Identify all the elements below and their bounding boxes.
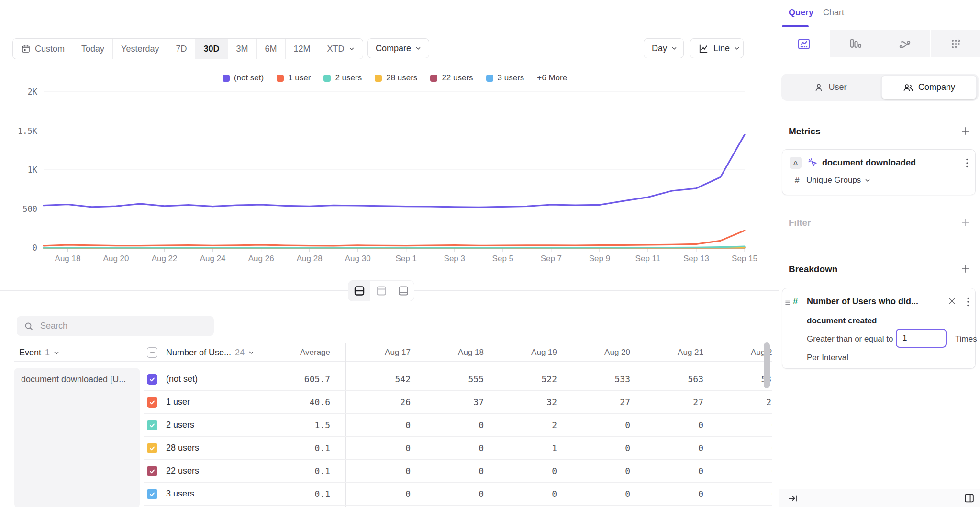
breakdown-heading: Breakdown xyxy=(789,264,837,275)
svg-text:Aug 18: Aug 18 xyxy=(55,254,81,263)
breakdown-unit-label: Times xyxy=(955,334,977,344)
row-value: 555 xyxy=(411,374,484,384)
row-checkbox[interactable] xyxy=(147,397,157,408)
entity-company-segment[interactable]: Company xyxy=(881,75,977,99)
row-checkbox[interactable] xyxy=(147,489,157,499)
svg-text:Aug 28: Aug 28 xyxy=(297,254,323,263)
table-row: 22 users0.1000000 xyxy=(144,460,772,483)
breakdown-per-interval-label: Per Interval xyxy=(807,353,848,363)
row-label: (not set) xyxy=(163,374,263,384)
svg-text:Aug 26: Aug 26 xyxy=(248,254,274,263)
svg-text:Aug 20: Aug 20 xyxy=(103,254,129,263)
svg-text:500: 500 xyxy=(22,204,37,214)
svg-text:Aug 22: Aug 22 xyxy=(152,254,178,263)
layout-split-button[interactable] xyxy=(348,280,370,301)
group-header-label: Number of Use... xyxy=(166,348,231,358)
add-filter-button[interactable] xyxy=(960,217,971,228)
date-column-header: Aug 20 xyxy=(557,348,630,357)
breakdown-title: Number of Users who did... xyxy=(807,297,918,307)
row-average: 1.5 xyxy=(263,420,330,430)
drag-handle-icon[interactable] xyxy=(784,299,791,307)
breakdown-event-name: document created xyxy=(807,316,877,326)
measure-dropdown[interactable]: Unique Groups xyxy=(806,176,870,185)
metric-menu-icon[interactable] xyxy=(966,157,969,169)
svg-text:Sep 11: Sep 11 xyxy=(635,254,661,263)
add-metric-button[interactable] xyxy=(960,125,971,137)
row-value: 0 xyxy=(703,466,772,476)
row-value: 0 xyxy=(484,489,557,499)
line-chart-tab-icon xyxy=(797,37,811,51)
chart-svg: 05001K1.5K2KAug 18Aug 20Aug 22Aug 24Aug … xyxy=(0,0,779,273)
row-value: 0 xyxy=(337,466,411,476)
layout-table-only-button[interactable] xyxy=(392,280,414,301)
layout-chart-only-button[interactable] xyxy=(370,280,392,301)
group-count: 24 xyxy=(235,348,245,358)
table-header-row: Number of Use...24AverageAug 17Aug 18Aug… xyxy=(144,343,772,362)
row-label: 28 users xyxy=(163,443,263,453)
active-tab-underline xyxy=(782,25,809,27)
search-input[interactable] xyxy=(39,320,207,331)
breakdown-menu-icon[interactable] xyxy=(967,296,969,308)
svg-text:Sep 5: Sep 5 xyxy=(492,254,513,263)
segmentation-chart-tab[interactable] xyxy=(779,30,829,57)
row-value: 27 xyxy=(557,397,630,407)
entity-user-label: User xyxy=(828,82,846,92)
add-breakdown-button[interactable] xyxy=(960,263,971,275)
row-label: 3 users xyxy=(163,489,263,499)
row-checkbox[interactable] xyxy=(147,443,157,453)
svg-text:Sep 1: Sep 1 xyxy=(396,254,417,263)
row-value: 0 xyxy=(411,466,484,476)
chevron-down-icon xyxy=(865,177,870,183)
close-icon[interactable] xyxy=(948,297,956,305)
collapse-panel-icon[interactable] xyxy=(788,493,798,504)
event-list-item[interactable]: document downloaded [U... xyxy=(14,368,140,391)
row-value: 0 xyxy=(703,489,772,499)
app-window: CustomTodayYesterday7D30D3M6M12MXTD Comp… xyxy=(0,0,980,507)
measure-label: Unique Groups xyxy=(806,176,861,185)
table-row: 3 users0.1000000 xyxy=(144,483,772,506)
row-value: 0 xyxy=(337,443,411,453)
breakdown-value-input[interactable] xyxy=(896,329,947,348)
svg-text:Aug 30: Aug 30 xyxy=(345,254,371,263)
chart-type-tabs xyxy=(779,30,980,57)
entity-user-segment[interactable]: User xyxy=(783,76,878,99)
flow-chart-tab[interactable] xyxy=(880,30,930,57)
row-value: 0 xyxy=(557,466,630,476)
search-box xyxy=(17,316,214,336)
split-view-icon[interactable] xyxy=(964,493,975,504)
dot-grid-icon xyxy=(948,37,963,51)
row-average: 40.6 xyxy=(263,397,330,407)
entity-company-label: Company xyxy=(918,82,955,92)
row-value: 0 xyxy=(703,443,772,453)
select-all-checkbox[interactable] xyxy=(147,347,157,358)
svg-text:1K: 1K xyxy=(28,165,38,175)
row-average: 0.1 xyxy=(263,443,330,453)
event-column-header[interactable]: Event 1 xyxy=(19,348,59,358)
table-row: (not set)605.7542555522533563537 xyxy=(144,368,772,391)
layout-toggle-group xyxy=(348,280,414,301)
row-checkbox[interactable] xyxy=(147,374,157,385)
svg-text:Aug 24: Aug 24 xyxy=(200,254,226,263)
tab-chart[interactable]: Chart xyxy=(823,8,844,18)
people-icon xyxy=(903,83,913,92)
row-label: 22 users xyxy=(163,466,263,476)
average-column-header: Average xyxy=(263,348,330,357)
row-value: 0 xyxy=(411,443,484,453)
metric-event-name[interactable]: document downloaded xyxy=(822,158,916,168)
row-checkbox[interactable] xyxy=(147,466,157,476)
group-column-header[interactable]: Number of Use...24 xyxy=(163,348,263,358)
query-panel: Query Chart xyxy=(779,0,980,507)
svg-text:Sep 13: Sep 13 xyxy=(683,254,709,263)
vertical-scrollbar[interactable] xyxy=(764,342,770,388)
funnel-chart-tab[interactable] xyxy=(829,30,880,57)
tab-query[interactable]: Query xyxy=(789,8,813,18)
retention-chart-tab[interactable] xyxy=(930,30,980,57)
row-checkbox[interactable] xyxy=(147,420,157,430)
breakdown-hash-icon: # xyxy=(793,296,798,307)
entity-toggle: User Company xyxy=(781,74,979,101)
results-table: Number of Use...24AverageAug 17Aug 18Aug… xyxy=(144,343,772,507)
date-column-header: Aug 22 xyxy=(703,348,772,357)
breakdown-condition-label: Greater than or equal to xyxy=(807,334,893,344)
table-row: 28 users0.1001000 xyxy=(144,437,772,460)
svg-text:Sep 7: Sep 7 xyxy=(541,254,562,263)
